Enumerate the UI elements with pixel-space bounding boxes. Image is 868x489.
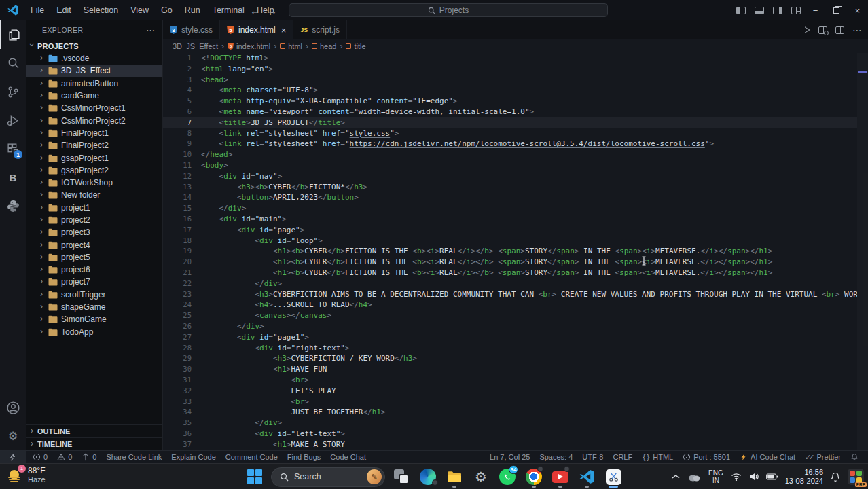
code-line-15[interactable]: 15 </div>: [163, 203, 857, 214]
tree-item-cardgame[interactable]: cardGame: [26, 90, 162, 102]
code-line-5[interactable]: 5 <meta http-equiv="X-UA-Compatible" con…: [163, 96, 857, 107]
tab-script-js[interactable]: JS script.js: [293, 20, 347, 39]
more-actions-icon[interactable]: ⋯: [852, 24, 863, 35]
tree-item-shapegame[interactable]: shapeGame: [26, 301, 162, 313]
status-encoding[interactable]: UTF-8: [582, 453, 603, 461]
status-find-bugs[interactable]: Find Bugs: [287, 453, 321, 461]
edge-button[interactable]: [418, 465, 438, 488]
tree-item-gsapproject1[interactable]: gsapProject1: [26, 151, 162, 164]
source-control-icon[interactable]: [0, 77, 26, 106]
tree-item-project2[interactable]: project2: [26, 214, 162, 226]
code-line-29[interactable]: 29 <h3>CYBERFICTION / KEY WORD</h3>: [163, 353, 857, 364]
breadcrumb-symbol-head[interactable]: head: [312, 42, 336, 50]
back-arrow-icon[interactable]: ←: [250, 5, 260, 16]
menu-edit[interactable]: Edit: [50, 0, 77, 20]
code-line-30[interactable]: 30 <h1>HAVE FUN: [163, 364, 857, 375]
open-preview-icon[interactable]: [818, 26, 827, 34]
code-line-32[interactable]: 32 LET'S PLAY: [163, 386, 857, 397]
tree-item-3d_js_effect[interactable]: 3D_JS_Effect: [26, 65, 162, 77]
code-editor[interactable]: 1<!DOCTYPE html>2<html lang="en">3<head>…: [163, 53, 857, 450]
status-code-chat[interactable]: Code Chat: [330, 453, 366, 461]
tab-style-css[interactable]: 3 style.css: [163, 20, 220, 39]
timeline-section[interactable]: TIMELINE: [26, 437, 162, 450]
clock-widget[interactable]: 16:56 13-08-2024: [785, 468, 823, 486]
code-line-3[interactable]: 3<head>: [163, 75, 857, 86]
status-prettier[interactable]: ✓✓Prettier: [805, 453, 841, 462]
code-line-7[interactable]: 7 <title>3D JS PROJECT</title>: [163, 117, 857, 128]
code-line-14[interactable]: 14 <button>APRIL,2023</button>: [163, 192, 857, 203]
toggle-panel-icon[interactable]: [750, 0, 768, 20]
tree-item-.vscode[interactable]: .vscode: [26, 52, 162, 65]
code-line-33[interactable]: 33 <br>: [163, 397, 857, 408]
breadcrumb-symbol-title[interactable]: title: [346, 42, 365, 50]
status-problems-errors[interactable]: 0: [33, 453, 48, 461]
tree-item-todoapp[interactable]: TodoApp: [26, 326, 162, 338]
python-extension-icon[interactable]: [0, 192, 26, 220]
battery-icon[interactable]: [766, 473, 778, 480]
status-comment-code[interactable]: Comment Code: [225, 453, 278, 461]
code-line-24[interactable]: 24 <h4>...SCROLL TO READ</h4>: [163, 300, 857, 310]
code-line-11[interactable]: 11<body>: [163, 160, 857, 171]
tree-item-simongame[interactable]: SimonGame: [26, 313, 162, 325]
tab-index-html[interactable]: 5 index.html ×: [220, 20, 293, 39]
volume-icon[interactable]: [749, 473, 759, 481]
notification-bell-icon[interactable]: [831, 472, 840, 482]
explorer-icon[interactable]: [0, 20, 26, 49]
menu-go[interactable]: Go: [155, 0, 179, 20]
language-indicator[interactable]: ENG IN: [708, 469, 723, 484]
search-icon[interactable]: [0, 49, 26, 77]
editor-scrollbar[interactable]: [857, 53, 868, 450]
code-line-21[interactable]: 21 <h1><b>CYBER</b>FICTION IS THE <b><i>…: [163, 268, 857, 278]
outline-section[interactable]: OUTLINE: [26, 424, 162, 437]
code-line-8[interactable]: 8 <link rel="stylesheet" href="style.css…: [163, 128, 857, 139]
onedrive-cloud-icon[interactable]: [687, 473, 701, 482]
whatsapp-button[interactable]: 34: [497, 465, 518, 488]
tree-item-scrolltrigger[interactable]: scrollTrigger: [26, 289, 162, 301]
code-line-6[interactable]: 6 <meta name="viewport" content="width=d…: [163, 107, 857, 117]
vscode-button[interactable]: [577, 465, 597, 488]
toggle-secondary-sidebar-icon[interactable]: [768, 0, 786, 20]
code-line-9[interactable]: 9 <link rel="stylesheet" href="https://c…: [163, 139, 857, 149]
toggle-primary-sidebar-icon[interactable]: [731, 0, 750, 20]
bito-extension-icon[interactable]: B: [0, 163, 26, 192]
code-line-2[interactable]: 2<html lang="en">: [163, 64, 857, 75]
tree-item-finalproject2[interactable]: FinalProject2: [26, 139, 162, 151]
code-line-1[interactable]: 1<!DOCTYPE html>: [163, 53, 857, 64]
tree-item-project6[interactable]: project6: [26, 264, 162, 276]
status-cursor-position[interactable]: Ln 7, Col 25: [490, 453, 530, 461]
status-notifications[interactable]: [850, 453, 858, 461]
split-editor-icon[interactable]: [835, 26, 844, 34]
tree-item-cssminorproject2[interactable]: CssMinorProject2: [26, 114, 162, 126]
settings-button[interactable]: ⚙: [471, 465, 491, 488]
tray-overflow-chevron-icon[interactable]: [672, 474, 680, 479]
taskbar-search[interactable]: Search ✎: [271, 467, 385, 487]
status-ports-forwarded[interactable]: 0: [82, 453, 96, 461]
copilot-preview-icon[interactable]: PRE: [848, 469, 864, 485]
code-line-18[interactable]: 18 <div id="loop">: [163, 236, 857, 247]
breadcrumb-folder[interactable]: 3D_JS_Effect: [173, 42, 218, 50]
breadcrumb-symbol-html[interactable]: html: [280, 42, 302, 50]
projects-section-header[interactable]: PROJECTS: [26, 39, 162, 52]
code-line-23[interactable]: 23 <h3>CYBERFICTION AIMS TO BE A DECENTR…: [163, 289, 857, 300]
status-problems-warnings[interactable]: 0: [57, 453, 72, 461]
weather-widget[interactable]: 1 88°F Haze: [5, 466, 46, 484]
status-live-server-port[interactable]: Port : 5501: [683, 453, 730, 461]
code-line-25[interactable]: 25 <canvas></canvas>: [163, 310, 857, 321]
menu-run[interactable]: Run: [179, 0, 206, 20]
wifi-icon[interactable]: [731, 473, 742, 481]
task-view-button[interactable]: [391, 465, 412, 488]
menu-terminal[interactable]: Terminal: [206, 0, 251, 20]
settings-gear-icon[interactable]: ⚙: [0, 422, 26, 450]
start-button[interactable]: [245, 465, 265, 488]
code-line-26[interactable]: 26 </div>: [163, 321, 857, 332]
restore-button[interactable]: [826, 0, 847, 20]
tree-item-project1[interactable]: project1: [26, 202, 162, 214]
code-line-4[interactable]: 4 <meta charset="UTF-8">: [163, 85, 857, 96]
accounts-icon[interactable]: [0, 393, 26, 422]
menu-view[interactable]: View: [124, 0, 155, 20]
run-debug-icon[interactable]: [0, 106, 26, 134]
run-code-icon[interactable]: [805, 26, 810, 33]
code-line-12[interactable]: 12 <div id="nav">: [163, 171, 857, 182]
code-line-19[interactable]: 19 <h1><b>CYBER</b>FICTION IS THE <b><i>…: [163, 246, 857, 257]
menu-selection[interactable]: Selection: [77, 0, 124, 20]
